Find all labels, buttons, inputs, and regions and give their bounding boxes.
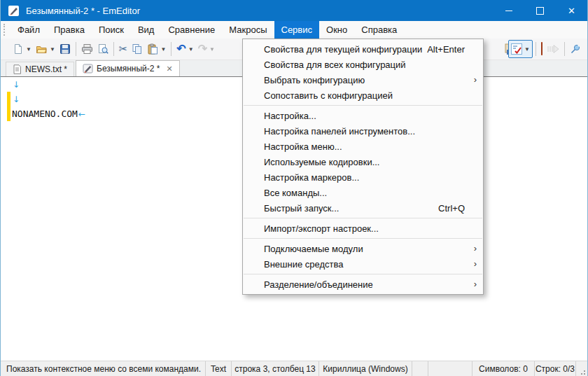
menu-item-подключаемые-модули[interactable]: Подключаемые модули› bbox=[243, 241, 483, 256]
menu-item-настройка-панелей-инструментов[interactable]: Настройка панелей инструментов... bbox=[243, 123, 483, 139]
menu-item-импорт-экспорт-настроек[interactable]: Импорт/экспорт настроек... bbox=[243, 221, 483, 236]
menu-item-разделение-объединение[interactable]: Разделение/объединение› bbox=[243, 277, 483, 292]
open-folder-icon bbox=[36, 43, 48, 55]
record-macro-button[interactable] bbox=[539, 41, 545, 57]
menu-item-label: Сопоставить с конфигурацией bbox=[264, 90, 393, 101]
print-button[interactable] bbox=[79, 41, 95, 57]
status-empty-1[interactable] bbox=[412, 361, 428, 376]
tab-безымянный-2-[interactable]: Безымянный-2 *✕ bbox=[76, 60, 180, 76]
status-empty-2[interactable] bbox=[428, 361, 472, 376]
menu-item-свойства-для-текущей-конфигурации[interactable]: Свойства для текущей конфигурацииAlt+Ent… bbox=[243, 41, 483, 57]
menubar-item-поиск[interactable]: Поиск bbox=[92, 21, 131, 39]
eol-marker-icon: ← bbox=[78, 109, 85, 119]
dropdown-arrow-icon[interactable]: ▼ bbox=[188, 46, 194, 53]
save-button[interactable] bbox=[57, 41, 73, 57]
cut-icon: ✂ bbox=[119, 43, 128, 55]
menubar-grip[interactable] bbox=[4, 24, 7, 36]
menu-item-label: Свойства для текущей конфигурации bbox=[264, 44, 422, 55]
close-button[interactable]: ✕ bbox=[556, 0, 587, 21]
pin-icon bbox=[570, 43, 581, 55]
minimize-icon bbox=[505, 11, 512, 11]
menu-item-label: Настройка маркеров... bbox=[264, 172, 359, 183]
close-icon: ✕ bbox=[568, 6, 575, 15]
menubar-item-справка[interactable]: Справка bbox=[354, 21, 404, 39]
menubar-item-файл[interactable]: Файл bbox=[10, 21, 47, 39]
toolbar-separator bbox=[564, 42, 565, 56]
paste-button[interactable]: ▼ bbox=[145, 41, 168, 57]
print-preview-icon bbox=[97, 43, 108, 55]
menu-item-label: Свойства для всех конфигураций bbox=[264, 60, 406, 70]
undo-button[interactable]: ↶▼ bbox=[174, 41, 195, 57]
menubar-item-макросы[interactable]: Макросы bbox=[222, 21, 274, 39]
eol-marker-icon: ↓ bbox=[13, 95, 20, 104]
maximize-button[interactable] bbox=[524, 0, 556, 21]
copy-button[interactable] bbox=[130, 41, 145, 57]
menubar-item-вид[interactable]: Вид bbox=[131, 21, 162, 39]
clipped-toolbar-icon bbox=[504, 43, 508, 55]
menu-item-свойства-для-всех-конфигураций[interactable]: Свойства для всех конфигураций bbox=[243, 57, 483, 72]
tab-news.txt-[interactable]: NEWS.txt * bbox=[6, 62, 74, 76]
print-preview-button[interactable] bbox=[95, 41, 111, 57]
menubar-item-окно[interactable]: Окно bbox=[319, 21, 354, 39]
toolbar-right-group: ▼ bbox=[504, 40, 583, 58]
emeditor-window: Безымянный-2 * - EmEditor ✕ ФайлПравкаПо… bbox=[0, 0, 588, 376]
redo-button[interactable]: ↷▼ bbox=[196, 41, 217, 57]
menu-item-настройка[interactable]: Настройка... bbox=[243, 108, 483, 123]
record-macro-icon bbox=[541, 43, 542, 55]
submenu-arrow-icon: › bbox=[474, 258, 477, 269]
document-icon bbox=[13, 64, 22, 74]
status-bar: Показать контекстное меню со всеми коман… bbox=[1, 361, 587, 376]
cut-button[interactable]: ✂ bbox=[117, 41, 130, 57]
menu-item-быстрый-запуск[interactable]: Быстрый запуск...Ctrl+Q bbox=[243, 200, 483, 216]
status-caret-position[interactable]: строка 3, столбец 13 bbox=[231, 361, 318, 376]
minimize-button[interactable] bbox=[493, 0, 524, 21]
pin-button[interactable] bbox=[568, 41, 583, 57]
status-char-count[interactable]: Символов: 0 bbox=[472, 361, 534, 376]
run-macro-icon bbox=[547, 44, 559, 54]
status-encoding[interactable]: Кириллица (Windows) bbox=[318, 361, 412, 376]
markers-toggle-button[interactable]: ▼ bbox=[508, 40, 533, 58]
menu-item-сопоставить-с-конфигурацией[interactable]: Сопоставить с конфигурацией bbox=[243, 88, 483, 103]
status-text-mode[interactable]: Text bbox=[205, 361, 231, 376]
menu-item-label: Все команды... bbox=[264, 188, 327, 198]
menu-item-label: Настройка... bbox=[264, 111, 316, 121]
tab-label: NEWS.txt * bbox=[25, 64, 67, 74]
menubar-item-сервис[interactable]: Сервис bbox=[274, 21, 320, 39]
menu-item-label: Быстрый запуск... bbox=[264, 203, 339, 214]
menu-item-внешние-средства[interactable]: Внешние средства› bbox=[243, 256, 483, 272]
window-controls: ✕ bbox=[493, 0, 587, 21]
menubar-item-правка[interactable]: Правка bbox=[47, 21, 92, 39]
print-icon bbox=[81, 43, 93, 55]
menu-item-настройка-меню[interactable]: Настройка меню... bbox=[243, 139, 483, 154]
paste-icon bbox=[147, 43, 158, 55]
editor-line-text: NONAMENO.COM bbox=[12, 109, 78, 119]
copy-icon bbox=[132, 43, 143, 55]
menu-item-выбрать-конфигурацию[interactable]: Выбрать конфигурацию› bbox=[243, 72, 483, 88]
menu-separator bbox=[244, 274, 482, 274]
save-icon bbox=[59, 43, 71, 55]
menu-item-shortcut: Alt+Enter bbox=[427, 44, 465, 55]
submenu-arrow-icon: › bbox=[474, 74, 477, 85]
dropdown-arrow-icon[interactable]: ▼ bbox=[26, 46, 31, 53]
new-file-button[interactable]: ▼ bbox=[10, 41, 34, 57]
maximize-icon bbox=[536, 7, 544, 15]
resize-grip[interactable] bbox=[575, 361, 587, 376]
menu-item-все-команды[interactable]: Все команды... bbox=[243, 185, 483, 200]
menu-bar: ФайлПравкаПоискВидСравнениеМакросыСервис… bbox=[1, 21, 587, 39]
menu-item-label: Импорт/экспорт настроек... bbox=[264, 223, 379, 234]
status-message: Показать контекстное меню со всеми коман… bbox=[1, 361, 205, 376]
dropdown-arrow-icon[interactable]: ▼ bbox=[160, 46, 166, 53]
menu-item-используемые-кодировки[interactable]: Используемые кодировки... bbox=[243, 154, 483, 169]
menu-item-настройка-маркеров[interactable]: Настройка маркеров... bbox=[243, 169, 483, 185]
tab-close-icon[interactable]: ✕ bbox=[166, 64, 172, 74]
open-folder-button[interactable]: ▼ bbox=[34, 41, 57, 57]
dropdown-arrow-icon[interactable]: ▼ bbox=[524, 46, 530, 53]
modified-line-marker bbox=[7, 92, 10, 106]
submenu-arrow-icon: › bbox=[474, 279, 477, 289]
dropdown-arrow-icon[interactable]: ▼ bbox=[209, 46, 215, 53]
status-line-count[interactable]: Строк: 0/3 bbox=[534, 361, 575, 376]
dropdown-arrow-icon[interactable]: ▼ bbox=[50, 46, 55, 53]
menu-item-label: Разделение/объединение bbox=[264, 279, 373, 290]
menubar-item-сравнение[interactable]: Сравнение bbox=[161, 21, 222, 39]
run-macro-button[interactable] bbox=[545, 41, 561, 57]
